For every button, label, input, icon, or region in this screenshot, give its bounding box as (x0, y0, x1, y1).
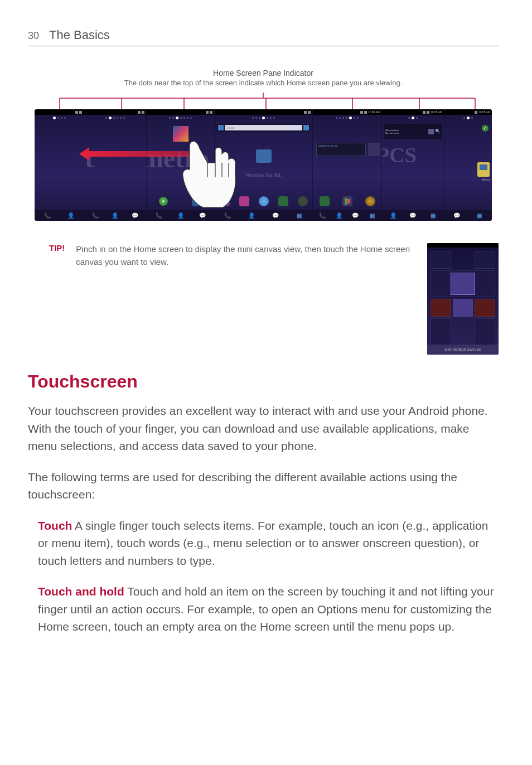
mini-canvas-screenshot: Set default canvas (427, 243, 499, 355)
messaging-icon: 💬 (272, 212, 279, 219)
page-header: 30 The Basics (28, 28, 499, 46)
intro-paragraph-2: The following terms are used for describ… (28, 468, 499, 503)
memo-icon (477, 162, 490, 177)
indicator-subtitle: The dots near the top of the screen indi… (28, 79, 499, 87)
app-icon (320, 196, 330, 206)
calendar-widget (256, 149, 272, 163)
apps-icon: ▦ (369, 212, 375, 219)
connector-lines (35, 93, 492, 109)
status-time: 10:08 AM (478, 110, 490, 114)
apps-icon: ▦ (429, 212, 436, 219)
touch-term: Touch (38, 519, 72, 532)
tip-text: Pinch in on the Home screen to display t… (76, 243, 416, 268)
tip-block: TIP! Pinch in on the Home screen to disp… (28, 243, 499, 355)
screen-pane-7: 10:08 AM ✓ Memo 💬 ▦ (444, 109, 492, 221)
hand-pointer-icon (180, 136, 246, 214)
checkmark-icon: ✓ (482, 125, 489, 132)
phone-icon: 📞 (156, 212, 162, 219)
tip-label: TIP! (49, 243, 65, 253)
indicator-caption: Home Screen Pane Indicator The dots near… (28, 69, 499, 87)
music-album (368, 143, 380, 156)
contacts-icon: 👤 (336, 212, 342, 219)
contacts-icon: 👤 (67, 212, 74, 219)
google-logo-icon (218, 125, 224, 130)
phone-icon: 📞 (44, 212, 51, 219)
music-widget: UNLIMITED MUSIC (316, 143, 366, 156)
touch-hold-definition: Touch and hold Touch and hold an item on… (38, 583, 499, 636)
contacts-icon: 👤 (112, 212, 118, 219)
messaging-icon: 💬 (453, 212, 460, 219)
page-number: 30 (28, 30, 39, 42)
home-screen-diagram: r 📞 👤 met 📞 👤 💬 metro (35, 93, 492, 221)
news-widget: All is problemNo new items 🔍 (384, 124, 442, 139)
set-default-button: Set default canvas (427, 345, 499, 355)
touch-definition: Touch A single finger touch selects item… (38, 517, 499, 570)
settings-icon (365, 196, 375, 206)
status-time: 10:08 AM (431, 110, 442, 114)
status-time: 10:08 AM (368, 110, 380, 114)
google-search-widget: Google (217, 124, 310, 132)
messaging-icon: 💬 (352, 212, 359, 219)
touch-hold-term: Touch and hold (38, 585, 124, 598)
memo-label: Memo (482, 178, 490, 181)
messaging-icon: 💬 (409, 212, 416, 219)
apps-icon: ▦ (476, 212, 483, 219)
search-icon: 🔍 (435, 129, 441, 134)
app-icon-market (278, 196, 288, 206)
badge-icon: 4 (159, 197, 168, 206)
touch-text: A single finger touch selects items. For… (38, 519, 488, 567)
app-icon-browser (259, 196, 269, 206)
messaging-icon: 💬 (132, 212, 138, 219)
header-title: The Basics (49, 28, 110, 42)
app-icon-camera (298, 196, 308, 206)
indicator-title: Home Screen Pane Indicator (28, 69, 499, 78)
wallpaper-text: PCS (382, 143, 417, 167)
phone-icon: 📞 (92, 212, 99, 219)
apps-icon: ▦ (296, 212, 303, 219)
screen-pane-1: r 📞 👤 (35, 109, 84, 221)
screen-pane-5: 10:08 AM UNLIMITED MUSIC pcs 📞 👤 💬 ▦ (313, 109, 382, 221)
phone-icon: 📞 (319, 212, 326, 219)
contacts-icon: 👤 (248, 212, 255, 219)
contacts-icon: 👤 (390, 212, 396, 219)
google-input: Google (225, 125, 302, 130)
section-title: Touchscreen (28, 371, 499, 392)
intro-paragraph-1: Your touchscreen provides an excellent w… (28, 402, 499, 455)
mic-icon (303, 125, 309, 130)
widget-icon (428, 129, 434, 134)
screen-pane-6: 10:08 AM All is problemNo new items 🔍 PC… (382, 109, 444, 221)
